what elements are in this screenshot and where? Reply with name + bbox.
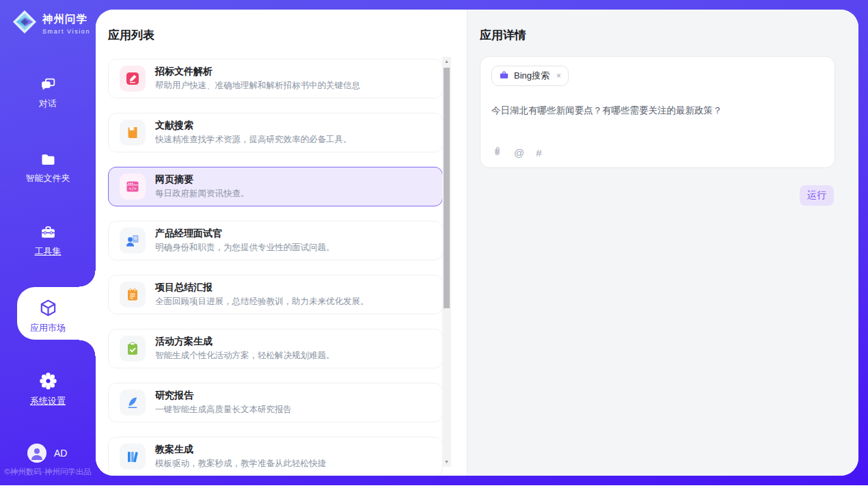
tool-chip-label: Bing搜索 xyxy=(514,70,550,82)
scrollbar-down-arrow-icon[interactable]: ▼ xyxy=(442,457,451,467)
browser-code-icon: </> xyxy=(120,174,146,200)
tool-chip-bing-search[interactable]: Bing搜索 × xyxy=(491,66,569,86)
sidebar-item-4[interactable]: 应用市场 xyxy=(0,298,96,334)
cube-icon xyxy=(0,298,96,318)
app-card[interactable]: 教案生成模板驱动，教案秒成，教学准备从此轻松快捷 xyxy=(108,437,443,476)
toolbox-icon xyxy=(0,224,96,241)
sidebar-item-label: 对话 xyxy=(0,98,96,110)
logo-subtitle: Smart Vision xyxy=(42,28,90,35)
scrollbar-up-arrow-icon[interactable]: ▲ xyxy=(442,57,451,66)
app-card-description: 全面回顾项目进展，总结经验教训，助力未来优化发展。 xyxy=(155,296,369,308)
prompt-input-card[interactable]: Bing搜索 × 今日湖北有哪些新闻要点？有哪些需要关注的最新政策？ @# xyxy=(480,56,835,168)
app-card[interactable]: 产品经理面试官明确身份和职责，为您提供专业性的面试问题。 xyxy=(108,221,443,260)
logo-name: 神州问学 xyxy=(42,12,90,27)
app-card[interactable]: 研究报告一键智能生成高质量长文本研究报告 xyxy=(108,383,443,422)
app-card-title: 产品经理面试官 xyxy=(155,228,335,239)
gear-icon xyxy=(0,371,96,391)
bubble-notch-bottom xyxy=(79,340,96,356)
interviewer-icon xyxy=(120,228,146,254)
app-card[interactable]: 活动方案生成智能生成个性化活动方案，轻松解决规划难题。 xyxy=(108,329,443,368)
book-icon xyxy=(120,120,146,146)
edit-doc-icon xyxy=(120,66,146,92)
app-detail-title: 应用详情 xyxy=(480,27,526,43)
app-card-title: 项目总结汇报 xyxy=(155,282,369,293)
query-text[interactable]: 今日湖北有哪些新闻要点？有哪些需要关注的最新政策？ xyxy=(491,105,824,117)
app-card-description: 一键智能生成高质量长文本研究报告 xyxy=(155,404,292,416)
sidebar-item-2[interactable]: 智能文件夹 xyxy=(0,152,96,185)
chat-icon xyxy=(0,77,96,94)
app-card[interactable]: </>网页摘要每日政府新闻资讯快查。 xyxy=(108,167,443,206)
app-card-description: 智能生成个性化活动方案，轻松解决规划难题。 xyxy=(155,350,335,362)
at-icon[interactable]: @ xyxy=(514,147,524,159)
folder-icon xyxy=(0,152,96,168)
app-logo: 神州问学 Smart Vision xyxy=(12,9,90,38)
report-pen-icon xyxy=(120,390,146,416)
sidebar-item-label: 系统设置 xyxy=(0,395,96,407)
main-panel: 应用列表 招标文件解析帮助用户快速、准确地理解和解析招标书中的关键信息文献搜索快… xyxy=(96,10,858,476)
sidebar-item-3[interactable]: 工具集 xyxy=(0,224,96,258)
attachment-toolbar: @# xyxy=(492,146,542,160)
paperclip-icon[interactable] xyxy=(492,146,502,160)
account-name: AD xyxy=(54,448,67,459)
sidebar-item-label: 应用市场 xyxy=(0,322,96,334)
app-card[interactable]: 项目总结汇报全面回顾项目进展，总结经验教训，助力未来优化发展。 xyxy=(108,275,443,314)
app-card-title: 招标文件解析 xyxy=(155,66,360,77)
app-card-description: 明确身份和职责，为您提供专业性的面试问题。 xyxy=(155,242,335,254)
app-card[interactable]: 文献搜索快速精准查找学术资源，提高研究效率的必备工具。 xyxy=(108,113,443,152)
sidebar-item-1[interactable]: 对话 xyxy=(0,77,96,110)
books-icon xyxy=(120,444,146,470)
app-card-title: 活动方案生成 xyxy=(155,336,335,347)
list-scrollbar[interactable]: ▲ ▼ xyxy=(442,57,451,467)
app-list-title: 应用列表 xyxy=(108,27,154,43)
briefcase-icon xyxy=(499,70,509,82)
app-card-description: 每日政府新闻资讯快查。 xyxy=(155,188,249,200)
sidebar-item-label: 智能文件夹 xyxy=(0,172,96,185)
sidebar-item-5[interactable]: 系统设置 xyxy=(0,371,96,407)
app-card-title: 教案生成 xyxy=(155,444,326,455)
account-button[interactable]: AD xyxy=(27,444,67,463)
copyright-text: ©神州数码·神州问学出品 xyxy=(0,467,96,477)
app-card-list: 招标文件解析帮助用户快速、准确地理解和解析招标书中的关键信息文献搜索快速精准查找… xyxy=(108,59,443,476)
app-list-panel: 应用列表 招标文件解析帮助用户快速、准确地理解和解析招标书中的关键信息文献搜索快… xyxy=(96,10,467,476)
bubble-notch-top xyxy=(79,271,96,287)
app-card-title: 研究报告 xyxy=(155,390,292,401)
run-button[interactable]: 运行 xyxy=(800,185,834,206)
clipboard-check-icon xyxy=(120,336,146,362)
chip-close-icon[interactable]: × xyxy=(556,71,561,81)
app-card-description: 帮助用户快速、准确地理解和解析招标书中的关键信息 xyxy=(155,80,360,92)
sidebar-item-label: 工具集 xyxy=(0,245,96,258)
scrollbar-thumb[interactable] xyxy=(444,68,450,308)
user-avatar-icon xyxy=(27,444,46,463)
notepad-icon xyxy=(120,282,146,308)
logo-gem-icon xyxy=(12,9,38,38)
svg-text:</>: </> xyxy=(128,186,136,191)
sidebar: 神州问学 Smart Vision 对话智能文件夹工具集应用市场系统设置 AD … xyxy=(0,0,96,485)
app-card[interactable]: 招标文件解析帮助用户快速、准确地理解和解析招标书中的关键信息 xyxy=(108,59,443,98)
hash-icon[interactable]: # xyxy=(536,147,541,159)
app-detail-panel: 应用详情 Bing搜索 × 今日湖北有哪些新闻要点？有哪些需要关注的最新政策？ … xyxy=(467,10,858,476)
app-card-description: 快速精准查找学术资源，提高研究效率的必备工具。 xyxy=(155,134,352,146)
app-card-title: 文献搜索 xyxy=(155,120,352,131)
app-card-title: 网页摘要 xyxy=(155,174,249,185)
app-card-description: 模板驱动，教案秒成，教学准备从此轻松快捷 xyxy=(155,458,326,470)
